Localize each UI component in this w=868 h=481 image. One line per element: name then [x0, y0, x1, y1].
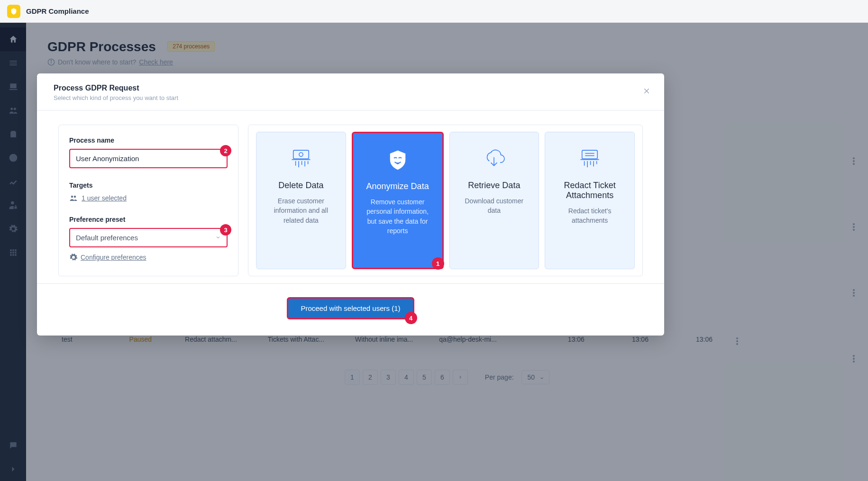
card-title: Redact Ticket Attachments — [552, 181, 628, 200]
step-badge-4: 4 — [405, 312, 417, 324]
app-logo — [7, 5, 20, 18]
gear-icon — [69, 253, 78, 262]
modal-close-button[interactable] — [641, 85, 652, 97]
modal-header: Process GDPR Request Select which kind o… — [37, 73, 664, 110]
card-desc: Download customer data — [457, 196, 532, 216]
svg-rect-20 — [293, 150, 309, 159]
configure-row: Configure preferences — [69, 253, 228, 262]
cloud-download-icon — [482, 145, 506, 172]
redact-icon — [577, 145, 602, 172]
targets-label: Targets — [69, 182, 228, 189]
app-title: GDPR Compliance — [26, 7, 89, 15]
configure-preferences-link[interactable]: Configure preferences — [81, 254, 146, 261]
modal-footer: Proceed with selected users (1) 4 — [37, 283, 664, 336]
svg-rect-29 — [582, 150, 598, 159]
process-gdpr-modal: Process GDPR Request Select which kind o… — [37, 73, 664, 336]
svg-point-27 — [299, 153, 303, 156]
process-settings-panel: Process name 2 Targets 1 user selected P… — [58, 125, 238, 276]
card-delete-data[interactable]: Delete Data Erase customer information a… — [256, 132, 346, 269]
modal-body: Process name 2 Targets 1 user selected P… — [37, 110, 664, 283]
card-desc: Erase customer information and all relat… — [263, 196, 339, 225]
card-desc: Remove customer personal information, bu… — [360, 197, 436, 236]
targets-link[interactable]: 1 user selected — [82, 194, 127, 202]
close-icon — [643, 87, 650, 95]
anonymous-icon — [385, 146, 410, 173]
preset-select[interactable]: Default preferences — [69, 228, 228, 247]
users-icon — [69, 194, 78, 202]
step-badge-2: 2 — [220, 145, 231, 156]
card-redact-attachments[interactable]: Redact Ticket Attachments Redact ticket'… — [545, 132, 635, 269]
topbar: GDPR Compliance — [0, 0, 868, 23]
card-anonymize-data[interactable]: Anonymize Data Remove customer personal … — [352, 132, 444, 269]
modal-subtitle: Select which kind of process you want to… — [54, 94, 648, 101]
card-title: Retrieve Data — [468, 181, 520, 191]
process-name-label: Process name — [69, 136, 228, 144]
card-title: Anonymize Data — [366, 182, 429, 191]
step-badge-3: 3 — [220, 224, 231, 236]
proceed-button[interactable]: Proceed with selected users (1) — [287, 297, 414, 319]
preset-label: Preference preset — [69, 216, 228, 223]
targets-row: 1 user selected — [69, 194, 228, 202]
modal-title: Process GDPR Request — [54, 84, 648, 92]
process-name-input[interactable] — [69, 149, 228, 168]
card-desc: Redact ticket's attachments — [552, 206, 628, 226]
shredder-icon — [289, 145, 313, 172]
card-title: Delete Data — [278, 181, 323, 191]
step-badge-1: 1 — [432, 257, 444, 270]
process-types-panel: Delete Data Erase customer information a… — [248, 125, 643, 276]
card-retrieve-data[interactable]: Retrieve Data Download customer data — [449, 132, 539, 269]
